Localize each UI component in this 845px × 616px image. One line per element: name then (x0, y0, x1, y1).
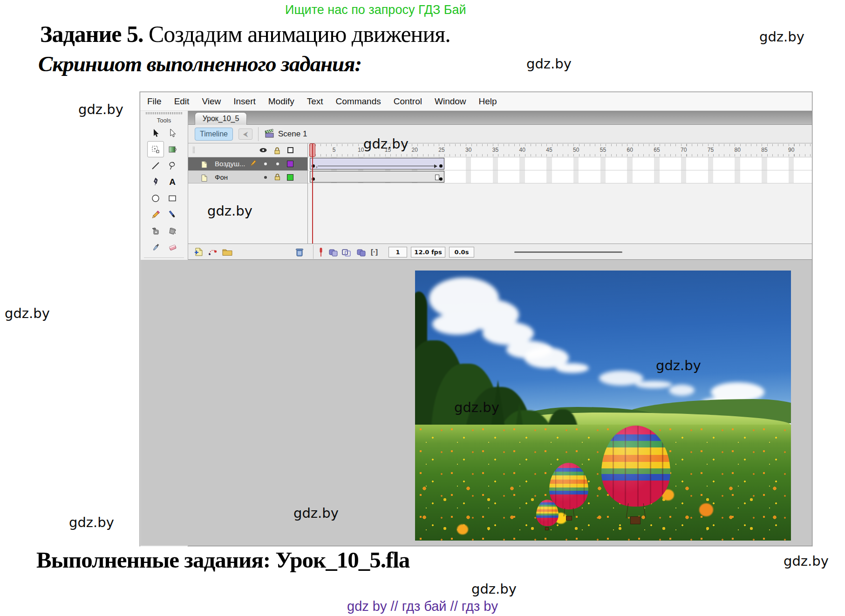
onion-skin-button[interactable] (328, 247, 339, 258)
oval-tool-button[interactable] (147, 190, 164, 206)
menu-item-help[interactable]: Help (479, 96, 497, 107)
hot-air-balloon-small (536, 500, 559, 526)
tween-arrowhead (434, 164, 437, 168)
static-frames-span[interactable] (310, 171, 444, 183)
document-tab[interactable]: Урок_10_5 (195, 112, 247, 125)
menu-item-window[interactable]: Window (435, 96, 466, 107)
timeline-toggle-button[interactable]: Timeline (195, 128, 233, 141)
eraser-icon (168, 243, 177, 252)
timeline-status-bar: [·] 1 12.0 fps 0.0s (188, 244, 812, 260)
menu-bar: FileEditViewInsertModifyTextCommandsCont… (140, 92, 812, 111)
paint-bucket-tool-button[interactable] (164, 223, 181, 239)
modify-onion-markers-button[interactable]: [·] (371, 248, 378, 256)
layers-grip-icon (192, 147, 196, 154)
eyedropper-tool-button[interactable] (147, 239, 164, 255)
ruler-frame-number: 75 (708, 147, 714, 153)
balloon-basket (566, 516, 572, 521)
gdz-watermark: gdz.by (5, 305, 50, 321)
layer-page-icon (200, 174, 208, 182)
edit-multiple-frames-button[interactable] (356, 247, 367, 258)
eraser-tool-button[interactable] (164, 239, 181, 255)
motion-tween-span[interactable]: › (310, 158, 444, 169)
layer-locked-icon[interactable] (274, 173, 281, 181)
center-frame-button[interactable] (317, 247, 325, 258)
menu-item-text[interactable]: Text (307, 96, 323, 107)
rectangle-icon (168, 194, 177, 203)
layer-lock-dot[interactable] (276, 162, 279, 165)
lasso-tool-button[interactable] (164, 157, 181, 174)
empty-timeline-area (308, 183, 812, 244)
ruler-frame-number: 5 (333, 147, 336, 153)
end-keyframe-dot (439, 164, 443, 168)
add-motion-guide-button[interactable] (208, 247, 218, 257)
tween-arrow-line (318, 166, 435, 166)
layer-2-color-swatch[interactable] (287, 174, 293, 181)
ruler-frame-number: 50 (573, 147, 579, 153)
line-tool-button[interactable] (147, 157, 164, 174)
ruler-frame-number: 90 (788, 147, 794, 153)
panel-grip[interactable] (146, 112, 182, 115)
frames-row-background[interactable] (308, 170, 812, 183)
frames-row-balloon[interactable]: › (308, 157, 812, 170)
menu-item-edit[interactable]: Edit (174, 96, 190, 107)
orange-flower (699, 503, 713, 516)
back-arrow-icon: ⮜ (243, 130, 248, 138)
subselection-tool-button[interactable] (164, 125, 181, 141)
layer-row-background[interactable]: Фон (188, 170, 307, 183)
menu-item-view[interactable]: View (202, 96, 221, 107)
gdz-watermark: gdz.by (526, 56, 572, 72)
pencil-tool-button[interactable] (147, 206, 164, 223)
site-banner: Ищите нас по запросу ГДЗ Бай (285, 3, 466, 17)
rectangle-tool-button[interactable] (164, 190, 181, 206)
free-transform-tool-button[interactable] (147, 141, 164, 157)
selection-tool-button[interactable] (147, 125, 164, 141)
timeline-scrollbar[interactable] (514, 251, 622, 253)
onion-skin-outlines-button[interactable] (341, 247, 352, 258)
menu-item-control[interactable]: Control (394, 96, 422, 107)
flower-field-foreground (415, 481, 791, 541)
ink-bottle-tool-button[interactable] (147, 223, 164, 239)
show-hide-all-layers-button[interactable] (259, 147, 267, 154)
oval-icon (151, 194, 160, 203)
scene-breadcrumb[interactable]: Scene 1 (278, 129, 307, 139)
ruler-frame-number: 80 (735, 147, 741, 153)
show-layers-as-outlines-button[interactable] (287, 147, 294, 154)
gdz-watermark: gdz.by (78, 102, 123, 117)
layer-editing-pencil-icon (249, 160, 257, 167)
layer-visibility-dot[interactable] (264, 162, 267, 165)
gdz-watermark: gdz.by (784, 553, 829, 569)
pen-tool-button[interactable] (147, 174, 164, 190)
delete-layer-button[interactable] (294, 247, 305, 258)
layer-name: Воздуш... (215, 160, 245, 168)
page-title: Задание 5. Создадим анимацию движения. (40, 20, 450, 47)
menu-item-modify[interactable]: Modify (268, 96, 294, 107)
balloon-basket (545, 527, 549, 530)
brush-tool-button[interactable] (164, 206, 181, 223)
text-tool-button[interactable]: A (164, 174, 181, 190)
insert-layer-button[interactable] (194, 247, 204, 257)
gdz-watermark: gdz.by (454, 399, 499, 415)
layers-header (188, 143, 307, 157)
ruler-frame-number: 60 (627, 147, 633, 153)
lock-unlock-all-layers-button[interactable] (273, 147, 281, 155)
layer-name: Фон (215, 173, 228, 181)
gradient-transform-tool-button[interactable] (164, 141, 181, 157)
paint-bucket-icon (168, 226, 177, 236)
menu-item-insert[interactable]: Insert (233, 96, 256, 107)
gdz-watermark: gdz.by (363, 136, 409, 152)
document-tab-strip: Урок_10_5 (188, 111, 812, 125)
ruler-frame-number: 40 (519, 147, 525, 153)
layer-row-balloon[interactable]: Воздуш... (188, 157, 307, 170)
footer-links: gdz by // гдз бай // гдз by (0, 599, 845, 614)
insert-layer-folder-button[interactable] (222, 247, 233, 257)
task-text: Создадим анимацию движения. (143, 21, 450, 47)
frame-rate-indicator[interactable]: 12.0 fps (411, 247, 445, 257)
layer-visibility-dot[interactable] (264, 176, 267, 179)
menu-item-commands[interactable]: Commands (336, 96, 381, 107)
gdz-watermark: gdz.by (656, 358, 701, 373)
lasso-icon (168, 161, 177, 170)
menu-item-file[interactable]: File (147, 96, 162, 107)
layer-1-color-swatch[interactable] (287, 161, 293, 167)
back-button[interactable]: ⮜ (239, 129, 252, 140)
brush-icon (168, 210, 177, 219)
